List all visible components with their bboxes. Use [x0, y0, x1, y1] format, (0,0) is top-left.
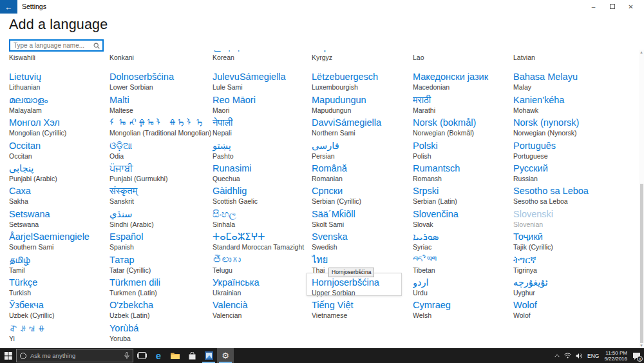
settings-app-button[interactable]: ⚙	[217, 348, 234, 363]
cortana-search-box[interactable]: Ask me anything	[16, 349, 133, 362]
clock[interactable]: 11:50 PM 9/22/2016	[602, 350, 629, 362]
language-item[interactable]: Cymraeg Welsh	[413, 300, 513, 322]
language-item[interactable]: Dolnoserbšćina Lower Sorbian	[109, 72, 213, 94]
file-explorer-button[interactable]	[167, 348, 184, 363]
language-item[interactable]: Македонски јазик Macedonian	[413, 72, 513, 94]
language-item[interactable]: Runasimi Quechua	[213, 163, 312, 186]
language-item[interactable]: Norsk (nynorsk) Norwegian (Nynorsk)	[513, 117, 636, 140]
language-item[interactable]: Tiếng Việt Vietnamese	[312, 300, 413, 322]
language-item[interactable]: Polski Polish	[413, 141, 513, 163]
language-item[interactable]: मराठी Marathi	[413, 95, 513, 117]
close-button[interactable]: ✕	[621, 0, 640, 13]
language-item[interactable]: سنڌي Sindhi (Arabic)	[109, 209, 213, 231]
language-item[interactable]: Lietuvių Lithuanian	[9, 72, 109, 94]
maximize-button[interactable]	[603, 0, 621, 13]
language-item[interactable]: Rumantsch Romansh	[413, 163, 513, 186]
language-item[interactable]: Slovenski Slovenian	[513, 209, 636, 231]
scrollbar-thumb[interactable]	[640, 184, 643, 343]
language-item[interactable]: ئۇيغۇرچە Uyghur	[513, 277, 636, 300]
language-item[interactable]: Türkmen dili Turkmen (Latin)	[109, 277, 213, 300]
microphone-icon[interactable]	[124, 352, 129, 360]
store-button[interactable]	[184, 348, 200, 363]
language-item[interactable]: Español Spanish	[109, 231, 213, 254]
language-item[interactable]: JulevuSámegiella Lule Sami	[213, 72, 312, 94]
language-item[interactable]: Slovenčina Slovak	[413, 209, 513, 231]
file-explorer-icon	[171, 352, 180, 359]
app-title: Settings	[22, 3, 46, 10]
language-item[interactable]: Bahasa Melayu Malay	[513, 72, 636, 94]
language-item[interactable]: Lëtzebuergesch Luxembourgish	[312, 72, 413, 94]
language-item[interactable]: Srpski Serbian (Latin)	[413, 186, 513, 208]
input-language-indicator[interactable]: ENG	[586, 348, 600, 363]
language-item[interactable]: Русский Russian	[513, 163, 636, 186]
language-item[interactable]: Türkçe Turkish	[9, 277, 109, 300]
language-item[interactable]: فارسی Persian	[312, 141, 413, 163]
language-item[interactable]: മലയാളം Malayalam	[9, 95, 109, 117]
language-item[interactable]: ⵜⴰⵎⴰⵣⵉⵖⵜ Standard Moroccan Tamazight	[213, 231, 312, 254]
language-item[interactable]: پښتو Pashto	[213, 141, 312, 163]
scroll-down-icon[interactable]: ▼	[639, 343, 644, 348]
language-item[interactable]: Mapudungun Mapudungun	[312, 95, 413, 117]
scroll-up-icon[interactable]: ▲	[639, 50, 644, 55]
language-item[interactable]: O'zbekcha Uzbek (Latin)	[109, 300, 213, 322]
language-item[interactable]: தமிழ் Tamil	[9, 255, 109, 277]
language-item[interactable]: Українська Ukrainian	[213, 277, 312, 300]
language-item[interactable]: Norsk (bokmål) Norwegian (Bokmål)	[413, 117, 513, 140]
language-item[interactable]: ÅarjelSaemiengiele Southern Sami	[9, 231, 109, 254]
language-item[interactable]: Latviešu Latvian	[513, 50, 636, 72]
language-item[interactable]: ᠮᠣᠩᠭᠣᠯ ᠬᠡᠯᠡ Mongolian (Traditional Mongo…	[109, 117, 213, 140]
language-item[interactable]: Kanien'kéha Mohawk	[513, 95, 636, 117]
language-item[interactable]: తెలుగు Telugu	[213, 255, 312, 277]
start-button[interactable]	[0, 348, 16, 363]
language-item[interactable]: پنجابی Punjabi (Arabic)	[9, 163, 109, 186]
language-item[interactable]: Sää´Mǩiõll Skolt Sami	[312, 209, 413, 231]
vertical-scrollbar[interactable]: ▲ ▼	[639, 50, 644, 348]
language-search-input[interactable]	[10, 42, 93, 49]
language-item[interactable]: DavviSámegiella Northern Sami	[312, 117, 413, 140]
language-item[interactable]: Svenska Swedish	[312, 231, 413, 254]
language-item[interactable]: Setswana Setswana	[9, 209, 109, 231]
language-item[interactable]: 한국어 Korean	[213, 50, 312, 72]
language-item[interactable]: Kiswahili Kiswahili	[9, 50, 109, 72]
language-item[interactable]: Gàidhlig Scottish Gaelic	[213, 186, 312, 208]
photos-app-button[interactable]	[200, 348, 217, 363]
language-item[interactable]: ትግርኛ Tigrinya	[513, 255, 636, 277]
language-item[interactable]: Кыргызча Kyrgyz	[312, 50, 413, 72]
language-item[interactable]: ລາວ Lao	[413, 50, 513, 72]
language-item[interactable]: Occitan Occitan	[9, 141, 109, 163]
language-item[interactable]: Română Romanian	[312, 163, 413, 186]
language-item[interactable]: Reo Māori Maori	[213, 95, 312, 117]
language-item[interactable]: Ўзбекча Uzbek (Cyrillic)	[9, 300, 109, 322]
language-item[interactable]: བོད་ཡིག Tibetan	[413, 255, 513, 277]
language-item[interactable]: संस्कृतम् Sanskrit	[109, 186, 213, 208]
language-item[interactable]: Português Portuguese	[513, 141, 636, 163]
language-item[interactable]: Wolof Wolof	[513, 300, 636, 322]
edge-button[interactable]: e	[150, 348, 167, 363]
volume-button[interactable]	[574, 348, 584, 363]
language-item[interactable]: Српски Serbian (Cyrillic)	[312, 186, 413, 208]
language-item[interactable]: ܣܘܪܝܝܐ Syriac	[413, 231, 513, 254]
action-center-button[interactable]: 3	[631, 348, 642, 363]
language-item[interactable]: Valencià Valencian	[213, 300, 312, 322]
task-view-button[interactable]	[133, 348, 150, 363]
language-native-name: اردو	[413, 277, 513, 288]
language-item[interactable]: Hornjoserbšćina Hornjoserbšćina Upper So…	[312, 277, 413, 300]
language-item[interactable]: नेपाली Nepali	[213, 117, 312, 140]
language-item[interactable]: ਪੰਜਾਬੀ Punjabi (Gurmukhi)	[109, 163, 213, 186]
language-item[interactable]: Татар Tatar (Cyrillic)	[109, 255, 213, 277]
language-item[interactable]: ꆈꌠꁱꂷ Yi	[9, 323, 109, 346]
language-item[interactable]: اردو Urdu	[413, 277, 513, 300]
language-item[interactable]: ଓଡ଼ିଆ Odia	[109, 141, 213, 163]
language-item[interactable]: Sesotho sa Leboa Sesotho sa Leboa	[513, 186, 636, 208]
back-button[interactable]: ←	[0, 0, 17, 14]
language-item[interactable]: Caxa Sakha	[9, 186, 109, 208]
network-button[interactable]	[563, 348, 573, 363]
minimize-button[interactable]: –	[584, 0, 603, 13]
language-item[interactable]: Монгол Хэл Mongolian (Cyrillic)	[9, 117, 109, 140]
language-item[interactable]: Тоҷикӣ Tajik (Cyrillic)	[513, 231, 636, 254]
language-item[interactable]: कोंकणी Konkani	[109, 50, 213, 72]
tray-expand-button[interactable]	[553, 348, 561, 363]
language-item[interactable]: Yorùbá Yoruba	[109, 323, 213, 346]
language-item[interactable]: සිංහල Sinhala	[213, 209, 312, 231]
language-item[interactable]: Malti Maltese	[109, 95, 213, 117]
